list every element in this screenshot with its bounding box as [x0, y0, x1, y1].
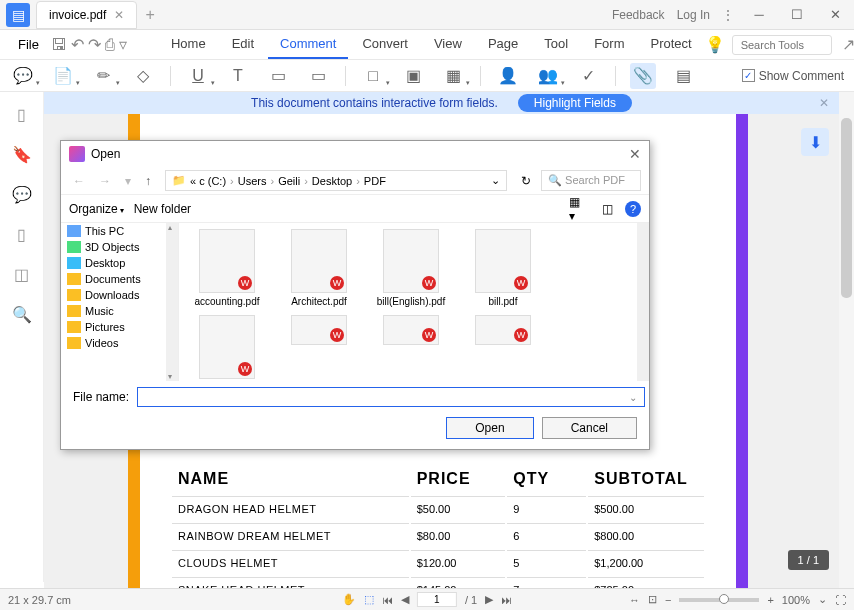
undo-icon[interactable]: ↶: [71, 34, 84, 56]
scrollbar-thumb[interactable]: [841, 118, 852, 298]
zoom-thumb[interactable]: [719, 594, 729, 604]
fit-page-icon[interactable]: ⊡: [648, 593, 657, 606]
new-folder-button[interactable]: New folder: [134, 202, 191, 216]
zoom-dropdown-icon[interactable]: ⌄: [818, 593, 827, 606]
document-tab[interactable]: invoice.pdf ✕: [36, 1, 137, 29]
fullscreen-icon[interactable]: ⛶: [835, 594, 846, 606]
preview-pane-icon[interactable]: ◫: [597, 201, 617, 217]
measure-tool[interactable]: ▦▾: [440, 63, 466, 89]
file-item[interactable]: [461, 315, 545, 381]
download-icon[interactable]: ⬇: [801, 128, 829, 156]
open-button[interactable]: Open: [446, 417, 533, 439]
hand-tool-icon[interactable]: ✋: [342, 593, 356, 606]
note-tool[interactable]: 💬▾: [10, 63, 36, 89]
nav-back-icon[interactable]: ←: [69, 174, 89, 188]
organize-button[interactable]: Organize▾: [69, 202, 124, 216]
files-scrollbar[interactable]: [637, 223, 649, 381]
list-tool[interactable]: ▤: [670, 63, 696, 89]
first-page-icon[interactable]: ⏮: [382, 594, 393, 606]
callout-tool[interactable]: ▭: [305, 63, 331, 89]
tab-comment[interactable]: Comment: [268, 30, 348, 59]
eraser-tool[interactable]: ◇: [130, 63, 156, 89]
share-icon[interactable]: ↗: [838, 34, 854, 56]
tree-item[interactable]: Videos: [61, 335, 178, 351]
stamp-tool[interactable]: ▣: [400, 63, 426, 89]
show-comment-toggle[interactable]: ✓ Show Comment: [742, 69, 844, 83]
cancel-button[interactable]: Cancel: [542, 417, 637, 439]
tab-home[interactable]: Home: [159, 30, 218, 59]
next-page-icon[interactable]: ▶: [485, 593, 493, 606]
thumbnails-icon[interactable]: ▯: [10, 102, 34, 126]
signature-tool[interactable]: 👤: [495, 63, 521, 89]
multi-sign-tool[interactable]: 👥▾: [535, 63, 561, 89]
file-item[interactable]: [369, 315, 453, 381]
refresh-icon[interactable]: ↻: [517, 174, 535, 188]
select-tool-icon[interactable]: ⬚: [364, 593, 374, 606]
filetype-dropdown-icon[interactable]: ⌄: [629, 392, 637, 403]
tree-item[interactable]: Music: [61, 303, 178, 319]
add-tab-button[interactable]: +: [145, 6, 154, 24]
highlight-fields-button[interactable]: Highlight Fields: [518, 94, 632, 112]
login-link[interactable]: Log In: [677, 8, 710, 22]
prev-page-icon[interactable]: ◀: [401, 593, 409, 606]
nav-recent-icon[interactable]: ▾: [121, 174, 135, 188]
tree-item[interactable]: 3D Objects: [61, 239, 178, 255]
maximize-button[interactable]: ☐: [784, 4, 810, 26]
lightbulb-icon[interactable]: 💡: [704, 34, 726, 56]
path-dropdown-icon[interactable]: ⌄: [491, 174, 500, 187]
tree-item[interactable]: Pictures: [61, 319, 178, 335]
minimize-button[interactable]: ─: [746, 4, 772, 26]
zoom-out-icon[interactable]: −: [665, 594, 671, 606]
zoom-slider[interactable]: [679, 598, 759, 602]
tree-item[interactable]: Desktop: [61, 255, 178, 271]
attachment-tool[interactable]: 📎: [630, 63, 656, 89]
close-banner-icon[interactable]: ✕: [819, 96, 829, 110]
fields-icon[interactable]: ◫: [10, 262, 34, 286]
tree-scrollbar[interactable]: [166, 223, 178, 381]
tab-form[interactable]: Form: [582, 30, 636, 59]
close-tab-icon[interactable]: ✕: [114, 8, 124, 22]
checkbox-icon[interactable]: ✓: [742, 69, 755, 82]
path-breadcrumb[interactable]: 📁 « c (C:)› Users› Geili› Desktop› PDF ⌄: [165, 170, 507, 191]
nav-up-icon[interactable]: ↑: [141, 174, 155, 188]
print-icon[interactable]: ⎙: [105, 34, 115, 56]
file-item[interactable]: [277, 315, 361, 381]
view-mode-icon[interactable]: ▦ ▾: [569, 201, 589, 217]
textbox2-tool[interactable]: ▭: [265, 63, 291, 89]
shape-tool[interactable]: □▾: [360, 63, 386, 89]
tree-item[interactable]: This PC: [61, 223, 178, 239]
fit-width-icon[interactable]: ↔: [629, 594, 640, 606]
underline-tool[interactable]: U▾: [185, 63, 211, 89]
help-icon[interactable]: ?: [625, 201, 641, 217]
textbox-tool[interactable]: 📄▾: [50, 63, 76, 89]
more-icon[interactable]: ⋮: [722, 8, 734, 22]
bookmark-icon[interactable]: 🔖: [10, 142, 34, 166]
zoom-in-icon[interactable]: +: [767, 594, 773, 606]
text-tool[interactable]: T: [225, 63, 251, 89]
search-icon[interactable]: 🔍: [10, 302, 34, 326]
filename-input[interactable]: [137, 387, 645, 407]
file-item[interactable]: accounting.pdf: [185, 229, 269, 307]
tab-page[interactable]: Page: [476, 30, 530, 59]
tree-item[interactable]: Documents: [61, 271, 178, 287]
file-item[interactable]: cad2 (1).pdf: [185, 315, 269, 381]
page-input[interactable]: [417, 592, 457, 607]
tab-edit[interactable]: Edit: [220, 30, 266, 59]
attachments-icon[interactable]: ▯: [10, 222, 34, 246]
close-window-button[interactable]: ✕: [822, 4, 848, 26]
last-page-icon[interactable]: ⏭: [501, 594, 512, 606]
tree-item[interactable]: Downloads: [61, 287, 178, 303]
dialog-close-icon[interactable]: ✕: [629, 146, 641, 162]
search-tools-input[interactable]: [732, 35, 832, 55]
feedback-link[interactable]: Feedback: [612, 8, 665, 22]
save-icon[interactable]: 🖫: [51, 34, 67, 56]
file-item[interactable]: Architect.pdf: [277, 229, 361, 307]
tab-convert[interactable]: Convert: [350, 30, 420, 59]
file-menu[interactable]: File: [8, 37, 49, 52]
tab-protect[interactable]: Protect: [638, 30, 703, 59]
approve-tool[interactable]: ✓: [575, 63, 601, 89]
file-item[interactable]: bill.pdf: [461, 229, 545, 307]
tab-view[interactable]: View: [422, 30, 474, 59]
comments-icon[interactable]: 💬: [10, 182, 34, 206]
highlight-tool[interactable]: ✏▾: [90, 63, 116, 89]
